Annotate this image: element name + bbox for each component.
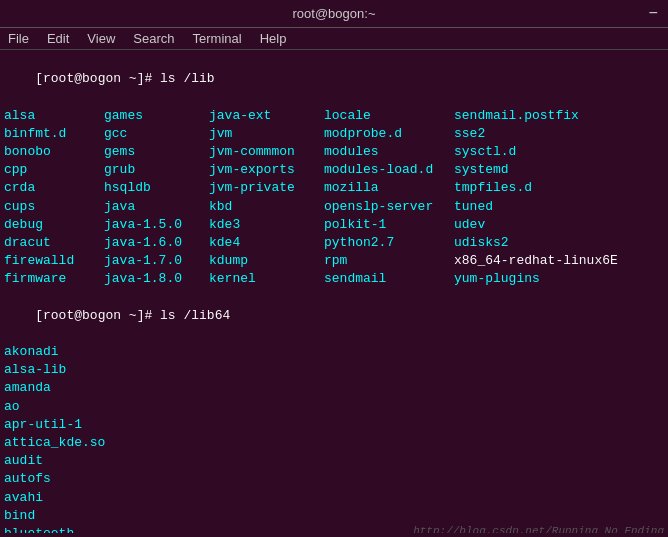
minimize-button[interactable]: − xyxy=(648,5,658,23)
menu-item-file[interactable]: File xyxy=(4,30,33,47)
prompt-line-1: [root@bogon ~]# ls /lib xyxy=(4,52,664,107)
title-bar: root@bogon:~ − xyxy=(0,0,668,28)
prompt-line-2: [root@bogon ~]# ls /lib64 xyxy=(4,288,664,343)
bluetooth-watermark-row: bluetooth http://blog.csdn.net/Running_N… xyxy=(4,525,664,533)
lib-col-1: alsa binfmt.d bonobo cpp crda cups debug… xyxy=(4,107,104,289)
window-title: root@bogon:~ xyxy=(293,6,376,21)
terminal-content: [root@bogon ~]# ls /lib alsa binfmt.d bo… xyxy=(0,50,668,533)
lib-col-4: locale modprobe.d modules modules-load.d… xyxy=(324,107,454,289)
watermark: http://blog.csdn.net/Running_No_Ending xyxy=(413,525,664,533)
menu-item-help[interactable]: Help xyxy=(256,30,291,47)
menu-item-terminal[interactable]: Terminal xyxy=(189,30,246,47)
lib-col-2: games gcc gems grub hsqldb java java-1.5… xyxy=(104,107,209,289)
lib64-output: akonadi alsa-lib amanda ao apr-util-1 at… xyxy=(4,343,664,533)
lib-col-3: java-ext jvm jvm-commmon jvm-exports jvm… xyxy=(209,107,324,289)
menu-item-view[interactable]: View xyxy=(83,30,119,47)
lib-output: alsa binfmt.d bonobo cpp crda cups debug… xyxy=(4,107,664,289)
menu-item-search[interactable]: Search xyxy=(129,30,178,47)
lib-col-5: sendmail.postfix sse2 sysctl.d systemd t… xyxy=(454,107,618,289)
menu-item-edit[interactable]: Edit xyxy=(43,30,73,47)
menu-bar: FileEditViewSearchTerminalHelp xyxy=(0,28,668,50)
